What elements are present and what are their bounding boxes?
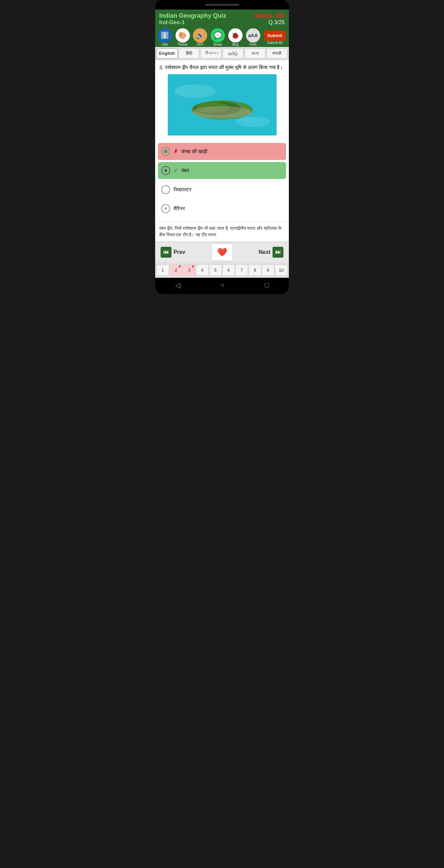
question-image xyxy=(168,74,277,135)
theme-tool[interactable]: 🎨 Theme xyxy=(174,28,191,47)
radio-4 xyxy=(161,204,170,213)
option-2-marker: ✓ xyxy=(174,167,178,174)
recent-icon[interactable]: □ xyxy=(265,281,269,289)
radio-2 xyxy=(161,166,170,175)
sound-label: OFF xyxy=(197,43,203,47)
radio-3 xyxy=(161,185,170,194)
info-icon: ℹ️ xyxy=(158,28,172,43)
q-num-5[interactable]: 5 xyxy=(209,264,222,276)
bug-tool[interactable]: 🐞 Bug xyxy=(227,28,244,47)
explanation-text: पंबन द्वीप, जिसे रामेश्वरम द्वीप भी कहा … xyxy=(159,226,282,238)
sound-tool[interactable]: 🔊 OFF xyxy=(192,28,209,47)
status-bar xyxy=(155,0,289,10)
bug-icon: 🐞 xyxy=(228,28,243,43)
island-svg xyxy=(168,74,277,135)
quiz-subtitle: Ind-Geo-1 xyxy=(159,19,185,26)
option-4-text: मैरिनर xyxy=(174,206,283,212)
q-num-1[interactable]: 1 xyxy=(157,264,169,276)
q-num-7[interactable]: 7 xyxy=(235,264,248,276)
heart-icon: ❤️ xyxy=(217,247,227,257)
home-icon[interactable]: ○ xyxy=(220,281,225,289)
font-icon: aAA xyxy=(246,28,260,43)
option-2-text: पंबन xyxy=(181,167,283,174)
question-number: Q.3/25 xyxy=(268,19,285,26)
quiz-title: Indian Geography Quiz xyxy=(159,12,226,19)
option-3-text: जिब्राल्टर xyxy=(174,187,283,193)
question-numbers: 1 2✗ 3✗ 4 5 6 7 8 9 10 xyxy=(155,262,289,278)
app-header: Indian Geography Quiz Marks: 0/2 Ind-Geo… xyxy=(155,10,289,27)
question-area: 3. रामेश्वरम द्वीप चैनल द्वारा भारत की म… xyxy=(155,60,289,141)
marks-label: Marks: 0/2 xyxy=(255,12,285,19)
info-label: Info xyxy=(162,43,168,47)
options-area: ✗ कच्छ की खाड़ी ✓ पंबन जिब्राल्टर xyxy=(155,141,289,221)
radio-inner-1 xyxy=(164,149,168,154)
info-tool[interactable]: ℹ️ Info xyxy=(157,28,174,47)
toolbar: ℹ️ Info 🎨 Theme 🔊 OFF 💬 Share 🐞 Bug aAA xyxy=(155,27,289,47)
next-button[interactable]: Next ⏭ xyxy=(232,242,289,262)
nav-bar: ⏮ Prev ❤️ Next ⏭ xyxy=(155,242,289,262)
q-num-3[interactable]: 3✗ xyxy=(183,264,195,276)
q-num-8[interactable]: 8 xyxy=(249,264,261,276)
q-num-9[interactable]: 9 xyxy=(262,264,275,276)
share-tool[interactable]: 💬 Share xyxy=(209,28,226,47)
share-icon: 💬 xyxy=(211,28,225,43)
explanation-area: पंबन द्वीप, जिसे रामेश्वरम द्वीप भी कहा … xyxy=(155,221,289,242)
lang-tab-hindi[interactable]: हिंदी xyxy=(179,48,200,59)
theme-icon: 🎨 xyxy=(176,28,190,43)
svg-point-6 xyxy=(236,117,270,127)
sound-icon: 🔊 xyxy=(193,28,207,43)
svg-point-7 xyxy=(192,106,252,118)
question-text: 3. रामेश्वरम द्वीप चैनल द्वारा भारत की म… xyxy=(159,64,285,71)
lang-tab-english[interactable]: English xyxy=(157,48,178,59)
font-label: Font xyxy=(250,43,257,47)
option-4[interactable]: मैरिनर xyxy=(158,200,286,217)
lang-tab-bengali[interactable]: বাংলা xyxy=(245,48,266,59)
theme-label: Theme xyxy=(177,43,188,47)
option-3[interactable]: जिब्राल्टर xyxy=(158,181,286,198)
lang-tab-marathi[interactable]: मराठी xyxy=(266,48,287,59)
language-tabs: English हिंदी తెలుగు தமிழ் বাংলা मराठी xyxy=(155,47,289,60)
prev-icon: ⏮ xyxy=(161,247,171,258)
radio-inner-2 xyxy=(164,169,167,172)
next-label: Next xyxy=(259,249,270,255)
next-icon: ⏭ xyxy=(273,247,283,258)
bottom-nav: ◁ ○ □ xyxy=(155,278,289,294)
header-row2: Ind-Geo-1 Q.3/25 xyxy=(159,19,285,26)
status-notch xyxy=(205,4,239,6)
q-num-2[interactable]: 2✗ xyxy=(170,264,182,276)
submit-all-label: Submit All xyxy=(267,41,282,45)
bug-label: Bug xyxy=(232,43,239,47)
q-num-4[interactable]: 4 xyxy=(196,264,209,276)
lang-tab-telugu[interactable]: తెలుగు xyxy=(200,48,221,59)
x-mark-3: ✗ xyxy=(192,265,194,269)
back-icon[interactable]: ◁ xyxy=(175,281,180,289)
option-1-text: कच्छ की खाड़ी xyxy=(181,148,283,155)
option-1-marker: ✗ xyxy=(174,148,178,155)
phone-container: Indian Geography Quiz Marks: 0/2 Ind-Geo… xyxy=(155,0,289,294)
x-mark-2: ✗ xyxy=(178,265,181,269)
radio-inner-4 xyxy=(164,207,167,210)
submit-tool[interactable]: Submit Submit All xyxy=(262,30,287,45)
option-1[interactable]: ✗ कच्छ की खाड़ी xyxy=(158,143,286,160)
app-container: Indian Geography Quiz Marks: 0/2 Ind-Geo… xyxy=(155,10,289,294)
radio-1 xyxy=(161,147,170,156)
font-tool[interactable]: aAA Font xyxy=(245,28,262,47)
svg-point-5 xyxy=(175,84,215,98)
option-2[interactable]: ✓ पंबन xyxy=(158,162,286,179)
lang-tab-tamil[interactable]: தமிழ் xyxy=(223,48,244,59)
q-num-10[interactable]: 10 xyxy=(275,264,287,276)
heart-button[interactable]: ❤️ xyxy=(212,244,232,260)
share-label: Share xyxy=(213,43,223,47)
submit-button[interactable]: Submit xyxy=(264,30,286,41)
header-row1: Indian Geography Quiz Marks: 0/2 xyxy=(159,12,285,19)
island-image xyxy=(168,74,277,135)
q-num-6[interactable]: 6 xyxy=(223,264,235,276)
prev-label: Prev xyxy=(174,249,185,255)
prev-button[interactable]: ⏮ Prev xyxy=(155,242,212,262)
